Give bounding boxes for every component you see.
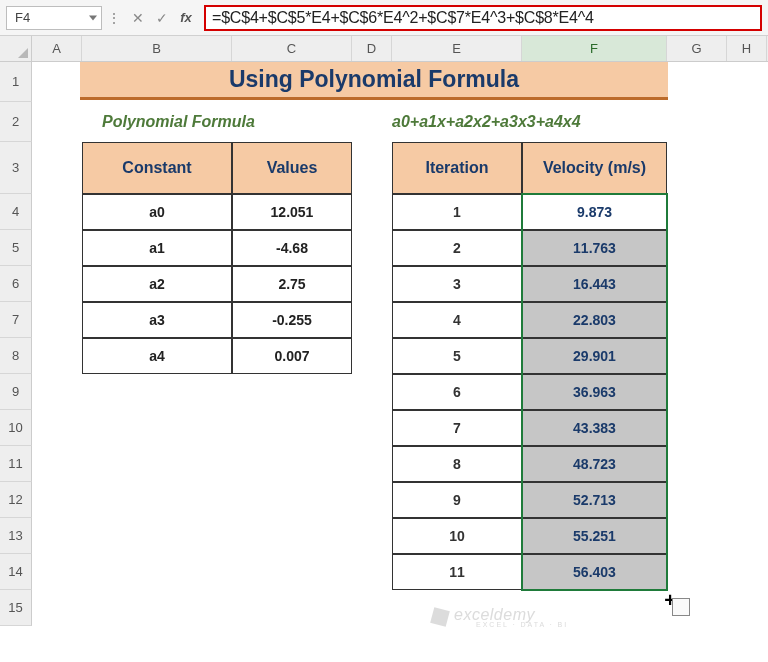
col-header[interactable]: E — [392, 36, 522, 61]
velocity-cell[interactable]: 36.963 — [522, 374, 667, 410]
name-box[interactable]: F4 — [6, 6, 102, 30]
select-all-triangle[interactable] — [0, 36, 32, 62]
row-header[interactable]: 12 — [0, 482, 32, 518]
formula-divider-icon: ⋮ — [102, 6, 126, 30]
col-header[interactable]: C — [232, 36, 352, 61]
table-row: a012.051 — [82, 194, 352, 230]
table-row: a40.007 — [82, 338, 352, 374]
fx-icon[interactable]: fx — [174, 6, 198, 30]
formula-bar: F4 ⋮ ✕ ✓ fx =$C$4+$C$5*E4+$C$6*E4^2+$C$7… — [0, 0, 768, 36]
velocity-cell[interactable]: 43.383 — [522, 410, 667, 446]
velocity-cell[interactable]: 16.443 — [522, 266, 667, 302]
iteration-cell[interactable]: 6 — [392, 374, 522, 410]
constant-value[interactable]: -0.255 — [232, 302, 352, 338]
row-header[interactable]: 10 — [0, 410, 32, 446]
watermark-tag: EXCEL · DATA · BI — [476, 621, 568, 628]
col-header[interactable]: B — [82, 36, 232, 61]
watermark: exceldemy EXCEL · DATA · BI — [432, 606, 568, 628]
constant-value[interactable]: 0.007 — [232, 338, 352, 374]
constants-table: Constant Values a012.051a1-4.68a22.75a3-… — [82, 142, 352, 374]
row-header[interactable]: 6 — [0, 266, 32, 302]
iteration-cell[interactable]: 7 — [392, 410, 522, 446]
constant-name[interactable]: a2 — [82, 266, 232, 302]
table-row: 1055.251 — [392, 518, 667, 554]
row-header[interactable]: 11 — [0, 446, 32, 482]
table-row: 1156.403 — [392, 554, 667, 590]
row-header[interactable]: 13 — [0, 518, 32, 554]
row-header[interactable]: 9 — [0, 374, 32, 410]
table-row: 211.763 — [392, 230, 667, 266]
row-header[interactable]: 14 — [0, 554, 32, 590]
constant-name[interactable]: a0 — [82, 194, 232, 230]
name-box-value: F4 — [15, 10, 30, 25]
velocity-cell[interactable]: 55.251 — [522, 518, 667, 554]
row-header[interactable]: 15 — [0, 590, 32, 626]
constants-header: Constant — [82, 142, 232, 194]
table-row: 422.803 — [392, 302, 667, 338]
cancel-icon[interactable]: ✕ — [126, 6, 150, 30]
table-row: 529.901 — [392, 338, 667, 374]
spreadsheet-grid: A B C D E F G H 1 2 3 4 5 6 7 8 9 10 11 … — [0, 36, 768, 62]
iteration-cell[interactable]: 1 — [392, 194, 522, 230]
table-row: a1-4.68 — [82, 230, 352, 266]
iteration-cell[interactable]: 9 — [392, 482, 522, 518]
column-headers: A B C D E F G H — [0, 36, 768, 62]
sheet-title: Using Polynomial Formula — [80, 62, 668, 100]
iteration-cell[interactable]: 4 — [392, 302, 522, 338]
col-header[interactable]: H — [727, 36, 767, 61]
iteration-cell[interactable]: 3 — [392, 266, 522, 302]
constant-value[interactable]: -4.68 — [232, 230, 352, 266]
chevron-down-icon[interactable] — [89, 15, 97, 20]
table-row: a3-0.255 — [82, 302, 352, 338]
table-row: 19.873 — [392, 194, 667, 230]
formula-input[interactable]: =$C$4+$C$5*E4+$C$6*E4^2+$C$7*E4^3+$C$8*E… — [204, 5, 762, 31]
results-header: Iteration — [392, 142, 522, 194]
table-row: 743.383 — [392, 410, 667, 446]
constants-header: Values — [232, 142, 352, 194]
row-header[interactable]: 7 — [0, 302, 32, 338]
constant-name[interactable]: a4 — [82, 338, 232, 374]
table-row: 952.713 — [392, 482, 667, 518]
subtitle-right: a0+a1x+a2x2+a3x3+a4x4 — [392, 102, 581, 142]
iteration-cell[interactable]: 2 — [392, 230, 522, 266]
constant-name[interactable]: a1 — [82, 230, 232, 266]
constant-name[interactable]: a3 — [82, 302, 232, 338]
velocity-cell[interactable]: 56.403 — [522, 554, 667, 590]
iteration-cell[interactable]: 5 — [392, 338, 522, 374]
row-header[interactable]: 1 — [0, 62, 32, 102]
col-header[interactable]: A — [32, 36, 82, 61]
results-header: Velocity (m/s) — [522, 142, 667, 194]
table-row: 636.963 — [392, 374, 667, 410]
table-row: a22.75 — [82, 266, 352, 302]
velocity-cell[interactable]: 22.803 — [522, 302, 667, 338]
formula-text: =$C$4+$C$5*E4+$C$6*E4^2+$C$7*E4^3+$C$8*E… — [212, 9, 594, 27]
enter-icon[interactable]: ✓ — [150, 6, 174, 30]
constant-value[interactable]: 2.75 — [232, 266, 352, 302]
results-table: Iteration Velocity (m/s) 19.873211.76331… — [392, 142, 667, 590]
table-row: 316.443 — [392, 266, 667, 302]
velocity-cell[interactable]: 52.713 — [522, 482, 667, 518]
iteration-cell[interactable]: 11 — [392, 554, 522, 590]
iteration-cell[interactable]: 10 — [392, 518, 522, 554]
row-header[interactable]: 3 — [0, 142, 32, 194]
row-header[interactable]: 5 — [0, 230, 32, 266]
row-header[interactable]: 4 — [0, 194, 32, 230]
col-header[interactable]: G — [667, 36, 727, 61]
velocity-cell[interactable]: 29.901 — [522, 338, 667, 374]
row-header[interactable]: 2 — [0, 102, 32, 142]
row-header[interactable]: 8 — [0, 338, 32, 374]
velocity-cell[interactable]: 9.873 — [522, 194, 667, 230]
table-row: 848.723 — [392, 446, 667, 482]
velocity-cell[interactable]: 48.723 — [522, 446, 667, 482]
constant-value[interactable]: 12.051 — [232, 194, 352, 230]
col-header-selected[interactable]: F — [522, 36, 667, 61]
watermark-logo-icon — [430, 607, 450, 627]
col-header[interactable]: D — [352, 36, 392, 61]
subtitle-left: Polynomial Formula — [102, 102, 255, 142]
iteration-cell[interactable]: 8 — [392, 446, 522, 482]
velocity-cell[interactable]: 11.763 — [522, 230, 667, 266]
autofill-options-icon[interactable] — [672, 598, 690, 616]
